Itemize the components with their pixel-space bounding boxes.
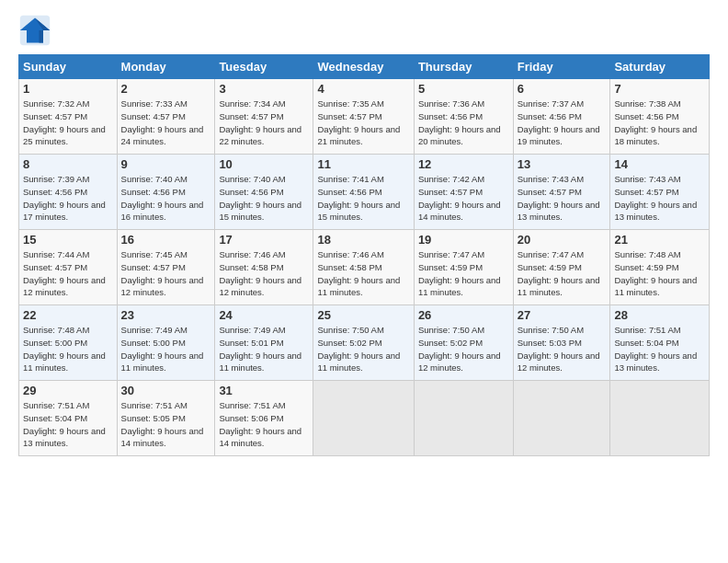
logo-icon [18,14,51,47]
day-number: 27 [518,308,607,322]
calendar-cell: 29Sunrise: 7:51 AMSunset: 5:04 PMDayligh… [19,381,118,456]
day-number: 31 [219,384,309,397]
day-info: Sunrise: 7:45 AMSunset: 4:57 PMDaylight:… [121,248,211,299]
day-number: 4 [317,82,409,96]
day-number: 1 [23,82,113,96]
day-info: Sunrise: 7:46 AMSunset: 4:58 PMDaylight:… [219,248,309,299]
day-info: Sunrise: 7:38 AMSunset: 4:56 PMDaylight:… [614,98,705,148]
calendar-cell [313,381,414,456]
day-info: Sunrise: 7:35 AMSunset: 4:57 PMDaylight:… [317,98,409,148]
day-info: Sunrise: 7:51 AMSunset: 5:05 PMDaylight:… [121,399,211,450]
day-number: 3 [219,82,309,96]
day-info: Sunrise: 7:37 AMSunset: 4:56 PMDaylight:… [518,98,607,148]
calendar-header-wednesday: Wednesday [313,55,414,79]
calendar-cell: 1Sunrise: 7:32 AMSunset: 4:57 PMDaylight… [19,79,118,155]
calendar-cell: 21Sunrise: 7:48 AMSunset: 4:59 PMDayligh… [610,230,710,305]
day-number: 23 [121,308,211,322]
day-number: 16 [121,233,211,247]
day-info: Sunrise: 7:49 AMSunset: 5:01 PMDaylight:… [219,324,309,374]
day-number: 26 [418,308,509,322]
day-info: Sunrise: 7:50 AMSunset: 5:02 PMDaylight:… [418,324,509,374]
day-number: 2 [121,82,211,96]
day-info: Sunrise: 7:50 AMSunset: 5:03 PMDaylight:… [518,324,607,374]
calendar-header-thursday: Thursday [414,55,513,79]
calendar-header-row: SundayMondayTuesdayWednesdayThursdayFrid… [19,55,710,79]
calendar-cell: 19Sunrise: 7:47 AMSunset: 4:59 PMDayligh… [414,230,513,305]
day-info: Sunrise: 7:40 AMSunset: 4:56 PMDaylight:… [219,173,309,224]
calendar-cell: 31Sunrise: 7:51 AMSunset: 5:06 PMDayligh… [215,381,313,456]
day-number: 14 [614,157,705,171]
day-number: 20 [518,233,607,247]
header [18,14,710,47]
calendar-cell: 5Sunrise: 7:36 AMSunset: 4:56 PMDaylight… [414,79,513,155]
day-number: 6 [518,82,607,96]
calendar-cell: 17Sunrise: 7:46 AMSunset: 4:58 PMDayligh… [215,230,313,305]
day-number: 28 [614,308,705,322]
calendar-week-0: 1Sunrise: 7:32 AMSunset: 4:57 PMDaylight… [19,79,710,155]
day-number: 24 [219,308,309,322]
day-number: 25 [317,308,409,322]
day-info: Sunrise: 7:47 AMSunset: 4:59 PMDaylight:… [418,248,509,299]
calendar-cell: 18Sunrise: 7:46 AMSunset: 4:58 PMDayligh… [313,230,414,305]
day-number: 11 [317,157,409,171]
calendar-cell: 28Sunrise: 7:51 AMSunset: 5:04 PMDayligh… [610,305,710,381]
day-info: Sunrise: 7:48 AMSunset: 5:00 PMDaylight:… [23,324,113,374]
calendar-cell: 25Sunrise: 7:50 AMSunset: 5:02 PMDayligh… [313,305,414,381]
calendar-cell: 15Sunrise: 7:44 AMSunset: 4:57 PMDayligh… [19,230,118,305]
calendar-cell: 4Sunrise: 7:35 AMSunset: 4:57 PMDaylight… [313,79,414,155]
calendar-cell: 20Sunrise: 7:47 AMSunset: 4:59 PMDayligh… [513,230,610,305]
calendar-cell: 22Sunrise: 7:48 AMSunset: 5:00 PMDayligh… [19,305,118,381]
calendar-cell: 8Sunrise: 7:39 AMSunset: 4:56 PMDaylight… [19,155,118,230]
day-info: Sunrise: 7:51 AMSunset: 5:04 PMDaylight:… [614,324,705,374]
day-number: 7 [614,82,705,96]
calendar-cell: 3Sunrise: 7:34 AMSunset: 4:57 PMDaylight… [215,79,313,155]
day-number: 21 [614,233,705,247]
calendar-cell: 24Sunrise: 7:49 AMSunset: 5:01 PMDayligh… [215,305,313,381]
calendar-week-4: 29Sunrise: 7:51 AMSunset: 5:04 PMDayligh… [19,381,710,456]
day-number: 30 [121,384,211,397]
calendar-cell [513,381,610,456]
day-info: Sunrise: 7:44 AMSunset: 4:57 PMDaylight:… [23,248,113,299]
day-info: Sunrise: 7:40 AMSunset: 4:56 PMDaylight:… [121,173,211,224]
day-number: 12 [418,157,509,171]
calendar-cell: 12Sunrise: 7:42 AMSunset: 4:57 PMDayligh… [414,155,513,230]
calendar-header-monday: Monday [117,55,215,79]
calendar-header-sunday: Sunday [19,55,118,79]
calendar-cell: 27Sunrise: 7:50 AMSunset: 5:03 PMDayligh… [513,305,610,381]
page: SundayMondayTuesdayWednesdayThursdayFrid… [0,0,728,563]
calendar-cell: 16Sunrise: 7:45 AMSunset: 4:57 PMDayligh… [117,230,215,305]
day-number: 9 [121,157,211,171]
day-info: Sunrise: 7:47 AMSunset: 4:59 PMDaylight:… [518,248,607,299]
calendar-week-1: 8Sunrise: 7:39 AMSunset: 4:56 PMDaylight… [19,155,710,230]
calendar: SundayMondayTuesdayWednesdayThursdayFrid… [18,54,710,456]
day-info: Sunrise: 7:50 AMSunset: 5:02 PMDaylight:… [317,324,409,374]
day-number: 8 [23,157,113,171]
day-info: Sunrise: 7:43 AMSunset: 4:57 PMDaylight:… [614,173,705,224]
day-info: Sunrise: 7:39 AMSunset: 4:56 PMDaylight:… [23,173,113,224]
calendar-week-2: 15Sunrise: 7:44 AMSunset: 4:57 PMDayligh… [19,230,710,305]
calendar-cell: 26Sunrise: 7:50 AMSunset: 5:02 PMDayligh… [414,305,513,381]
calendar-cell [414,381,513,456]
calendar-cell: 13Sunrise: 7:43 AMSunset: 4:57 PMDayligh… [513,155,610,230]
calendar-header-tuesday: Tuesday [215,55,313,79]
calendar-cell: 10Sunrise: 7:40 AMSunset: 4:56 PMDayligh… [215,155,313,230]
day-number: 22 [23,308,113,322]
calendar-cell: 6Sunrise: 7:37 AMSunset: 4:56 PMDaylight… [513,79,610,155]
day-info: Sunrise: 7:34 AMSunset: 4:57 PMDaylight:… [219,98,309,148]
calendar-cell: 14Sunrise: 7:43 AMSunset: 4:57 PMDayligh… [610,155,710,230]
day-number: 18 [317,233,409,247]
day-info: Sunrise: 7:46 AMSunset: 4:58 PMDaylight:… [317,248,409,299]
day-info: Sunrise: 7:43 AMSunset: 4:57 PMDaylight:… [518,173,607,224]
logo [18,14,57,47]
day-info: Sunrise: 7:36 AMSunset: 4:56 PMDaylight:… [418,98,509,148]
day-number: 19 [418,233,509,247]
day-number: 15 [23,233,113,247]
calendar-cell: 7Sunrise: 7:38 AMSunset: 4:56 PMDaylight… [610,79,710,155]
calendar-header-saturday: Saturday [610,55,710,79]
calendar-cell: 9Sunrise: 7:40 AMSunset: 4:56 PMDaylight… [117,155,215,230]
day-number: 10 [219,157,309,171]
day-info: Sunrise: 7:49 AMSunset: 5:00 PMDaylight:… [121,324,211,374]
day-info: Sunrise: 7:51 AMSunset: 5:06 PMDaylight:… [219,399,309,450]
calendar-cell: 23Sunrise: 7:49 AMSunset: 5:00 PMDayligh… [117,305,215,381]
day-number: 5 [418,82,509,96]
